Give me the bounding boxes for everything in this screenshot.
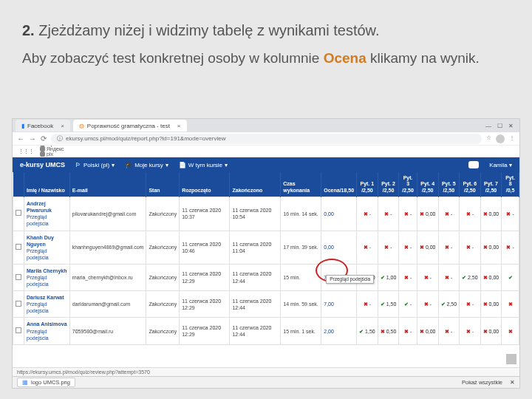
tab-facebook[interactable]: ▮ Facebook × bbox=[16, 120, 70, 132]
scroll-indicator[interactable] bbox=[506, 354, 516, 364]
question-cell[interactable]: ✔ bbox=[502, 264, 519, 290]
question-cell[interactable]: ✖ - bbox=[460, 197, 481, 231]
downloads-bar: ▦ logo UMCS.png Pokaż wszystkie ✕ bbox=[13, 376, 519, 388]
lang-menu[interactable]: 🏳 Polski (pl) ▾ bbox=[75, 162, 115, 168]
question-cell[interactable]: ✖ - bbox=[438, 197, 460, 231]
question-cell[interactable]: ✖ - bbox=[460, 318, 481, 344]
question-cell[interactable]: ✖ - bbox=[438, 264, 460, 290]
column-header[interactable]: Pyt. 7/2,50 bbox=[480, 172, 502, 197]
time-cell: 16 min. 14 sek. bbox=[281, 197, 321, 231]
question-cell[interactable]: ✖ - bbox=[438, 231, 460, 264]
question-cell[interactable]: ✔ 2,50 bbox=[460, 264, 481, 290]
bookmark-item[interactable]: plx bbox=[40, 151, 77, 157]
column-header[interactable] bbox=[13, 172, 24, 197]
question-cell[interactable]: ✖ 0,00 bbox=[480, 231, 502, 264]
question-cell[interactable]: ✔ 1,50 bbox=[357, 318, 378, 344]
url-input[interactable]: ⓘ ekursy.umcs.pl/mod/quiz/report.php?id=… bbox=[51, 134, 482, 144]
question-cell[interactable]: ✖ 0,00 bbox=[417, 318, 438, 344]
minimize-icon[interactable]: — bbox=[485, 123, 491, 129]
grade-cell[interactable]: 0,00 bbox=[321, 197, 357, 231]
question-cell[interactable]: ✖ - bbox=[357, 231, 378, 264]
question-cell[interactable]: ✖ 0,00 bbox=[480, 197, 502, 231]
question-cell[interactable]: ✖ - bbox=[399, 264, 417, 290]
question-cell[interactable]: ✖ - bbox=[399, 231, 417, 264]
question-cell[interactable]: ✔ 2,50 bbox=[438, 291, 460, 318]
maximize-icon[interactable]: ☐ bbox=[497, 123, 502, 129]
column-header[interactable]: Imię / Nazwisko bbox=[24, 172, 70, 197]
close-downloads-icon[interactable]: ✕ bbox=[510, 379, 515, 386]
column-header[interactable]: Pyt. 6/2,50 bbox=[460, 172, 481, 197]
question-cell[interactable]: ✔ 1,00 bbox=[378, 264, 399, 290]
question-cell[interactable]: ✖ - bbox=[417, 291, 438, 318]
column-header[interactable]: Ocena/18,50 bbox=[321, 172, 357, 197]
bookmark-item[interactable]: Яндекс bbox=[40, 146, 77, 151]
close-icon[interactable]: × bbox=[61, 123, 64, 129]
show-all-downloads[interactable]: Pokaż wszystkie bbox=[462, 379, 502, 386]
column-header[interactable]: Zakończono bbox=[230, 172, 281, 197]
close-icon[interactable]: × bbox=[177, 123, 181, 129]
avatar[interactable] bbox=[496, 134, 505, 143]
question-cell[interactable]: ✖ - bbox=[460, 291, 481, 318]
column-header[interactable]: Rozpoczęto bbox=[180, 172, 230, 197]
row-checkbox[interactable] bbox=[13, 291, 24, 318]
forward-icon[interactable]: → bbox=[29, 134, 36, 143]
student-name[interactable]: Mariia ChernykhPrzegląd podejścia bbox=[24, 264, 70, 290]
row-checkbox[interactable] bbox=[13, 318, 24, 344]
question-cell[interactable]: ✖ - bbox=[417, 264, 438, 290]
row-checkbox[interactable] bbox=[13, 264, 24, 290]
row-checkbox[interactable] bbox=[13, 231, 24, 264]
my-courses-menu[interactable]: 🎓 Moje kursy ▾ bbox=[125, 162, 168, 168]
close-window-icon[interactable]: ✕ bbox=[508, 123, 514, 129]
reload-icon[interactable]: ⟳ bbox=[41, 134, 47, 143]
question-cell[interactable]: ✔ 1,50 bbox=[378, 291, 399, 318]
question-cell[interactable]: ✖ - bbox=[438, 318, 460, 344]
question-cell[interactable]: ✖ 0,00 bbox=[417, 197, 438, 231]
column-header[interactable]: E-mail bbox=[69, 172, 146, 197]
site-brand[interactable]: e-kursy UMCS bbox=[20, 161, 65, 168]
tab-active[interactable]: ◍ Poprawność gramatyczna - test × bbox=[73, 120, 187, 132]
menu-dots-icon[interactable]: ⋮ bbox=[509, 134, 515, 143]
question-cell[interactable]: ✖ bbox=[502, 318, 519, 344]
apps-icon[interactable]: ⋮⋮⋮ bbox=[18, 149, 34, 154]
back-icon[interactable]: ← bbox=[17, 134, 24, 143]
question-cell[interactable]: ✖ - bbox=[460, 231, 481, 264]
column-header[interactable]: Stan bbox=[146, 172, 180, 197]
student-name[interactable]: Andrzej PiwarurukPrzegląd podejścia bbox=[24, 197, 70, 231]
question-cell[interactable]: ✖ 0,00 bbox=[480, 318, 502, 344]
star-icon[interactable]: ☆ bbox=[486, 134, 491, 143]
messages-icon[interactable] bbox=[468, 161, 479, 168]
column-header[interactable]: Pyt. 3/2,50 bbox=[399, 172, 417, 197]
question-cell[interactable]: ✖ - bbox=[399, 318, 417, 344]
question-cell[interactable]: ✖ - bbox=[399, 197, 417, 231]
grade-cell[interactable]: 7,00 bbox=[321, 291, 357, 318]
grade-cell[interactable]: 2,00 bbox=[321, 318, 357, 344]
grade-cell[interactable]: 0,00 bbox=[321, 231, 357, 264]
results-table-wrap[interactable]: Imię / NazwiskoE-mailStanRozpoczętoZakoń… bbox=[13, 172, 519, 376]
question-cell[interactable]: ✖ - bbox=[502, 197, 519, 231]
grade-cell[interactable]: 7,00Przegląd podejścia bbox=[321, 264, 357, 290]
download-item[interactable]: ▦ logo UMCS.png bbox=[17, 378, 75, 387]
column-header[interactable]: Pyt. 4/2,50 bbox=[417, 172, 438, 197]
question-cell[interactable]: ✖ 0,00 bbox=[417, 231, 438, 264]
question-cell[interactable]: ✖ - bbox=[357, 197, 378, 231]
column-header[interactable]: Pyt. 8/0,5 bbox=[502, 172, 519, 197]
question-cell[interactable]: ✔ - bbox=[399, 291, 417, 318]
user-menu[interactable]: Kamila ▾ bbox=[489, 162, 512, 168]
question-cell[interactable]: ✖ bbox=[502, 291, 519, 318]
question-cell[interactable]: ✖ 0,50 bbox=[378, 318, 399, 344]
column-header[interactable]: Pyt. 1/2,50 bbox=[357, 172, 378, 197]
this-course-menu[interactable]: 📄 W tym kursie ▾ bbox=[179, 162, 228, 168]
question-cell[interactable]: ✖ 0,00 bbox=[480, 291, 502, 318]
row-checkbox[interactable] bbox=[13, 197, 24, 231]
question-cell[interactable]: ✖ - bbox=[357, 291, 378, 318]
column-header[interactable]: Czas wykonania bbox=[281, 172, 321, 197]
question-cell[interactable]: ✖ - bbox=[378, 231, 399, 264]
question-cell[interactable]: ✖ - bbox=[378, 197, 399, 231]
student-name[interactable]: Khanh Duy NguyenPrzegląd podejścia bbox=[24, 231, 70, 264]
student-name[interactable]: Anna AnisimovaPrzegląd podejścia bbox=[24, 318, 70, 344]
column-header[interactable]: Pyt. 5/2,50 bbox=[438, 172, 460, 197]
question-cell[interactable]: ✖ - bbox=[502, 231, 519, 264]
column-header[interactable]: Pyt. 2/2,50 bbox=[378, 172, 399, 197]
student-name[interactable]: Dariusz KarwatPrzegląd podejścia bbox=[24, 291, 70, 318]
question-cell[interactable]: ✖ 0,00 bbox=[480, 264, 502, 290]
